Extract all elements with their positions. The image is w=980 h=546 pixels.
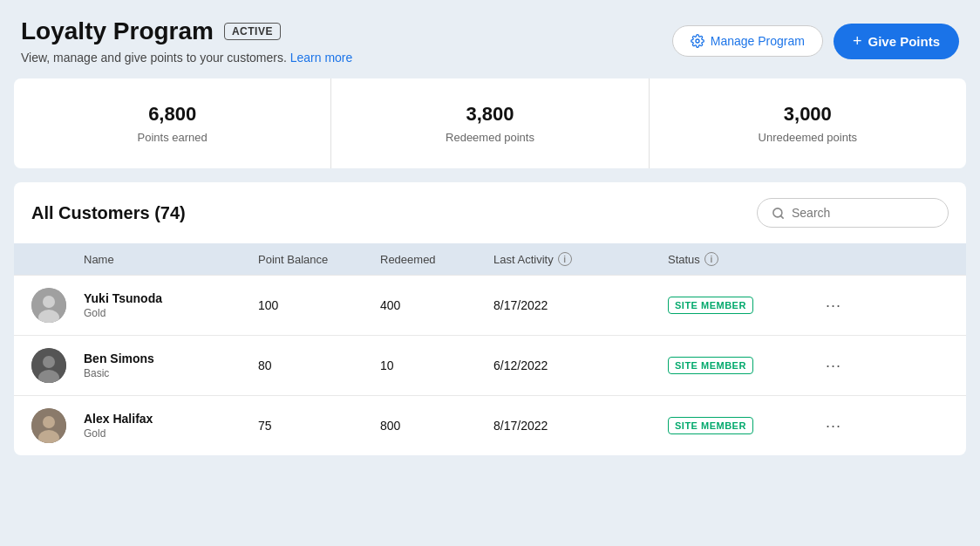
table-header-redeemed: Redeemed (380, 253, 493, 266)
redeemed-value: 800 (380, 419, 493, 433)
avatar-image (31, 348, 66, 383)
status-cell: SITE MEMBER (668, 357, 807, 374)
avatar-image (31, 288, 66, 323)
status-cell: SITE MEMBER (668, 417, 807, 434)
stat-redeemed-points: 3,800 Redeemed points (331, 78, 649, 168)
redeemed-points-label: Redeemed points (345, 131, 634, 144)
avatar (31, 408, 84, 443)
row-more-button[interactable]: ··· (807, 417, 860, 435)
redeemed-points-value: 3,800 (345, 103, 634, 126)
row-more-button[interactable]: ··· (807, 357, 860, 375)
customers-section: All Customers (74) Name Point Balance Re… (14, 182, 966, 455)
customer-name: Alex Halifax (84, 412, 258, 426)
customer-tier: Basic (84, 367, 258, 379)
point-balance: 80 (258, 358, 380, 372)
stat-points-earned: 6,800 Points earned (14, 78, 331, 168)
page-title: Loyalty Program (21, 17, 214, 45)
row-more-button[interactable]: ··· (807, 297, 860, 315)
plus-icon: + (853, 32, 862, 51)
header: Loyalty Program ACTIVE View, manage and … (0, 0, 980, 78)
stats-section: 6,800 Points earned 3,800 Redeemed point… (14, 78, 966, 168)
svg-point-10 (43, 416, 55, 428)
active-badge: ACTIVE (224, 23, 281, 40)
avatar (31, 348, 84, 383)
svg-point-4 (43, 296, 55, 308)
avatar-yuki (31, 288, 66, 323)
svg-point-7 (43, 356, 55, 368)
status-cell: SITE MEMBER (668, 297, 807, 314)
table-row: Ben Simons Basic 80 10 6/12/2022 SITE ME… (14, 335, 966, 395)
point-balance: 75 (258, 419, 380, 433)
table-header-name: Name (84, 253, 258, 266)
manage-program-label: Manage Program (711, 34, 805, 48)
search-input[interactable] (792, 206, 934, 220)
last-activity-value: 8/17/2022 (493, 298, 668, 312)
manage-program-button[interactable]: Manage Program (672, 25, 823, 57)
redeemed-value: 400 (380, 298, 493, 312)
stat-unredeemed-points: 3,000 Unredeemed points (650, 78, 966, 168)
give-points-button[interactable]: + Give Points (834, 24, 959, 59)
search-icon (772, 207, 785, 220)
learn-more-link[interactable]: Learn more (290, 51, 353, 65)
table-header-status: Status i (668, 252, 807, 266)
customer-tier: Gold (84, 307, 258, 319)
title-row: Loyalty Program ACTIVE (21, 17, 352, 45)
table-row: Yuki Tsunoda Gold 100 400 8/17/2022 SITE… (14, 275, 966, 335)
customers-title: All Customers (74) (31, 203, 186, 223)
customer-info: Ben Simons Basic (84, 351, 258, 379)
last-activity-value: 6/12/2022 (493, 358, 668, 372)
redeemed-value: 10 (380, 358, 493, 372)
unredeemed-points-value: 3,000 (664, 103, 952, 126)
unredeemed-points-label: Unredeemed points (664, 131, 952, 144)
svg-point-0 (696, 39, 699, 43)
subtitle: View, manage and give points to your cus… (21, 51, 352, 65)
points-earned-label: Points earned (28, 131, 316, 144)
customer-name: Ben Simons (84, 351, 258, 365)
svg-line-2 (780, 215, 783, 218)
status-badge: SITE MEMBER (668, 417, 753, 434)
avatar (31, 288, 84, 323)
point-balance: 100 (258, 298, 380, 312)
give-points-label: Give Points (868, 34, 940, 49)
customer-tier: Gold (84, 427, 258, 440)
header-left: Loyalty Program ACTIVE View, manage and … (21, 17, 352, 65)
table-header-point-balance: Point Balance (258, 253, 380, 266)
status-badge: SITE MEMBER (668, 357, 753, 374)
customer-name: Yuki Tsunoda (84, 291, 258, 305)
customers-header: All Customers (74) (14, 182, 966, 243)
status-info-icon[interactable]: i (704, 252, 718, 266)
customer-info: Alex Halifax Gold (84, 412, 258, 440)
table-header: Name Point Balance Redeemed Last Activit… (14, 243, 966, 275)
table-header-last-activity: Last Activity i (493, 252, 668, 266)
gear-icon (691, 34, 704, 48)
avatar-image (31, 408, 66, 443)
avatar-alex (31, 408, 66, 443)
avatar-ben (31, 348, 66, 383)
last-activity-info-icon[interactable]: i (558, 252, 572, 266)
status-badge: SITE MEMBER (668, 297, 753, 314)
last-activity-value: 8/17/2022 (493, 419, 668, 433)
search-box[interactable] (757, 198, 949, 228)
table-row: Alex Halifax Gold 75 800 8/17/2022 SITE … (14, 395, 966, 455)
points-earned-value: 6,800 (28, 103, 316, 126)
header-right: Manage Program + Give Points (672, 24, 959, 59)
customer-info: Yuki Tsunoda Gold (84, 291, 258, 319)
